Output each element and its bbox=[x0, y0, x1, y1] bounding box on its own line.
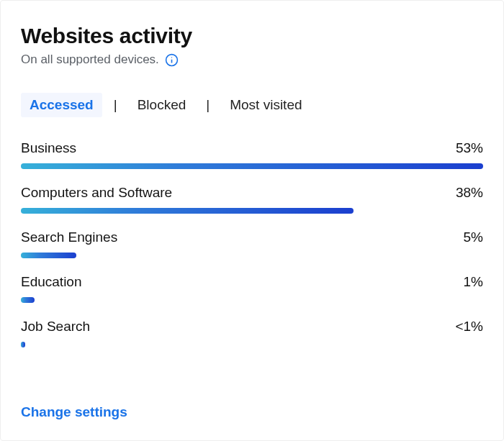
bar-track bbox=[21, 342, 483, 347]
category-percent: 1% bbox=[464, 274, 483, 290]
category-percent: 53% bbox=[456, 140, 483, 156]
category-percent: 5% bbox=[464, 229, 483, 245]
subtitle-text: On all supported devices. bbox=[21, 53, 159, 67]
category-percent: <1% bbox=[455, 319, 483, 335]
category-row: Job Search <1% bbox=[21, 319, 483, 347]
info-icon[interactable] bbox=[165, 53, 179, 67]
bar-track bbox=[21, 208, 483, 214]
category-row: Business 53% bbox=[21, 140, 483, 169]
category-label: Computers and Software bbox=[21, 185, 172, 201]
category-label: Search Engines bbox=[21, 229, 117, 245]
tab-blocked[interactable]: Blocked bbox=[129, 93, 195, 117]
category-row: Computers and Software 38% bbox=[21, 185, 483, 214]
change-settings-link[interactable]: Change settings bbox=[21, 404, 127, 420]
websites-activity-card: Websites activity On all supported devic… bbox=[0, 0, 504, 441]
tabs: Accessed | Blocked | Most visited bbox=[21, 93, 483, 117]
bar-fill bbox=[21, 342, 25, 347]
bar-track bbox=[21, 297, 483, 303]
tab-separator: | bbox=[114, 97, 117, 113]
subtitle-row: On all supported devices. bbox=[21, 53, 483, 67]
category-list: Business 53% Computers and Software 38% … bbox=[21, 140, 483, 347]
svg-point-2 bbox=[171, 57, 172, 58]
bar-fill bbox=[21, 297, 35, 303]
category-row: Search Engines 5% bbox=[21, 229, 483, 258]
category-label: Education bbox=[21, 274, 82, 290]
category-row: Education 1% bbox=[21, 274, 483, 303]
bar-track bbox=[21, 253, 483, 258]
category-label: Job Search bbox=[21, 319, 90, 335]
bar-fill bbox=[21, 163, 483, 169]
bar-track bbox=[21, 163, 483, 169]
bar-fill bbox=[21, 208, 354, 214]
tab-separator: | bbox=[206, 97, 210, 113]
category-percent: 38% bbox=[456, 185, 483, 201]
category-label: Business bbox=[21, 140, 76, 156]
tab-accessed[interactable]: Accessed bbox=[21, 93, 102, 117]
page-title: Websites activity bbox=[21, 24, 483, 48]
tab-most-visited[interactable]: Most visited bbox=[221, 93, 310, 117]
bar-fill bbox=[21, 253, 76, 258]
